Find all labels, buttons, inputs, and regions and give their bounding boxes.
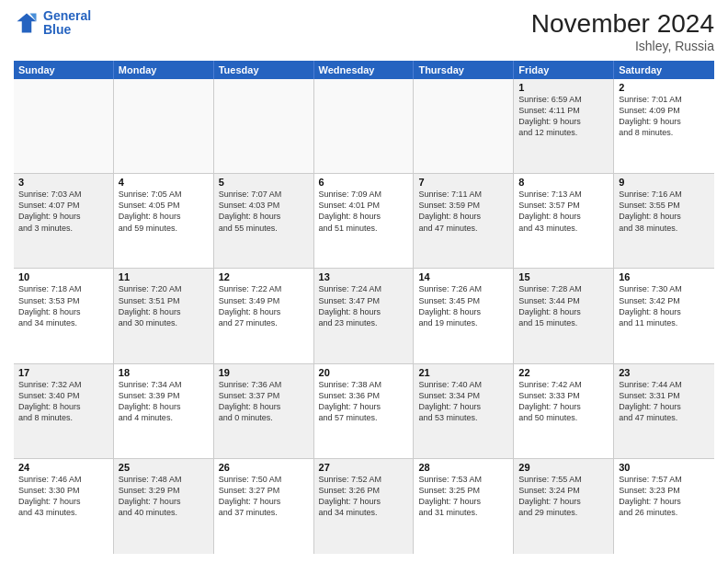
day-number: 27: [319, 462, 409, 473]
location: Ishley, Russia: [531, 39, 714, 53]
cell-info-line: Sunrise: 7:07 AM: [219, 189, 309, 200]
day-number: 8: [518, 177, 609, 188]
day-cell-21: 21Sunrise: 7:40 AMSunset: 3:34 PMDayligh…: [414, 364, 514, 458]
cell-info-line: Sunrise: 7:42 AM: [518, 379, 609, 390]
day-cell-13: 13Sunrise: 7:24 AMSunset: 3:47 PMDayligh…: [314, 269, 415, 362]
cell-info-line: Daylight: 8 hours: [219, 306, 309, 317]
page: General Blue November 2024 Ishley, Russi…: [0, 0, 728, 563]
cell-info-line: Sunrise: 7:05 AM: [119, 189, 209, 200]
day-number: 29: [518, 462, 609, 473]
day-number: 7: [418, 177, 508, 188]
day-number: 21: [418, 367, 508, 378]
day-number: 20: [319, 367, 409, 378]
day-number: 17: [18, 367, 108, 378]
cell-info-line: and 11 minutes.: [619, 317, 710, 328]
weekday-header-friday: Friday: [514, 61, 614, 79]
empty-cell: [114, 79, 214, 173]
cell-info-line: Daylight: 8 hours: [518, 306, 609, 317]
cell-info-line: and 0 minutes.: [219, 412, 309, 423]
cell-info-line: Daylight: 7 hours: [619, 401, 710, 412]
empty-cell: [314, 79, 415, 173]
calendar-row-4: 24Sunrise: 7:46 AMSunset: 3:30 PMDayligh…: [14, 459, 714, 554]
cell-info-line: Daylight: 8 hours: [219, 401, 309, 412]
cell-info-line: Daylight: 7 hours: [319, 496, 409, 507]
cell-info-line: and 15 minutes.: [518, 317, 609, 328]
cell-info-line: Sunset: 3:25 PM: [418, 485, 508, 496]
cell-info-line: Daylight: 8 hours: [619, 211, 710, 222]
cell-info-line: Daylight: 8 hours: [319, 211, 409, 222]
day-cell-7: 7Sunrise: 7:11 AMSunset: 3:59 PMDaylight…: [414, 174, 514, 268]
cell-info-line: and 23 minutes.: [319, 317, 409, 328]
day-number: 5: [219, 177, 309, 188]
cell-info-line: Sunset: 3:36 PM: [319, 390, 409, 401]
cell-info-line: and 19 minutes.: [418, 317, 508, 328]
cell-info-line: Sunset: 4:07 PM: [18, 200, 108, 211]
cell-info-line: Sunrise: 7:16 AM: [619, 189, 710, 200]
logo-line2: Blue: [43, 23, 91, 37]
day-number: 19: [219, 367, 309, 378]
cell-info-line: Daylight: 7 hours: [418, 401, 508, 412]
day-cell-18: 18Sunrise: 7:34 AMSunset: 3:39 PMDayligh…: [114, 364, 214, 458]
cell-info-line: Daylight: 8 hours: [219, 211, 309, 222]
day-number: 28: [418, 462, 508, 473]
cell-info-line: Sunset: 4:03 PM: [219, 200, 309, 211]
empty-cell: [214, 79, 314, 173]
cell-info-line: Daylight: 8 hours: [18, 306, 108, 317]
cell-info-line: Sunset: 3:26 PM: [319, 485, 409, 496]
day-number: 2: [619, 82, 710, 93]
day-cell-11: 11Sunrise: 7:20 AMSunset: 3:51 PMDayligh…: [114, 269, 214, 362]
day-number: 24: [18, 462, 108, 473]
cell-info-line: Sunset: 3:42 PM: [619, 295, 710, 306]
day-number: 12: [219, 271, 309, 282]
day-number: 13: [319, 271, 409, 282]
cell-info-line: Sunset: 3:55 PM: [619, 200, 710, 211]
day-number: 10: [18, 271, 108, 282]
cell-info-line: Sunrise: 6:59 AM: [518, 94, 609, 105]
cell-info-line: and 47 minutes.: [619, 412, 710, 423]
cell-info-line: Sunrise: 7:11 AM: [418, 189, 508, 200]
cell-info-line: and 37 minutes.: [219, 507, 309, 518]
day-cell-5: 5Sunrise: 7:07 AMSunset: 4:03 PMDaylight…: [214, 174, 314, 268]
day-cell-28: 28Sunrise: 7:53 AMSunset: 3:25 PMDayligh…: [414, 459, 514, 554]
cell-info-line: and 12 minutes.: [518, 127, 609, 138]
day-cell-19: 19Sunrise: 7:36 AMSunset: 3:37 PMDayligh…: [214, 364, 314, 458]
weekday-header-wednesday: Wednesday: [314, 61, 415, 79]
cell-info-line: and 29 minutes.: [518, 507, 609, 518]
weekday-header-saturday: Saturday: [614, 61, 714, 79]
day-cell-30: 30Sunrise: 7:57 AMSunset: 3:23 PMDayligh…: [614, 459, 714, 554]
cell-info-line: and 3 minutes.: [18, 223, 108, 234]
day-cell-26: 26Sunrise: 7:50 AMSunset: 3:27 PMDayligh…: [214, 459, 314, 554]
cell-info-line: Sunset: 3:53 PM: [18, 295, 108, 306]
cell-info-line: and 57 minutes.: [319, 412, 409, 423]
cell-info-line: Sunrise: 7:32 AM: [18, 379, 108, 390]
cell-info-line: and 59 minutes.: [119, 223, 209, 234]
cell-info-line: Sunrise: 7:34 AM: [119, 379, 209, 390]
day-number: 25: [119, 462, 209, 473]
cell-info-line: Daylight: 8 hours: [18, 401, 108, 412]
cell-info-line: Sunrise: 7:22 AM: [219, 283, 309, 294]
weekday-header-monday: Monday: [114, 61, 214, 79]
cell-info-line: Sunset: 4:01 PM: [319, 200, 409, 211]
cell-info-line: Sunrise: 7:01 AM: [619, 94, 710, 105]
cell-info-line: Daylight: 9 hours: [518, 116, 609, 127]
cell-info-line: Sunrise: 7:28 AM: [518, 283, 609, 294]
logo-text: General Blue: [43, 9, 91, 38]
cell-info-line: and 26 minutes.: [619, 507, 710, 518]
cell-info-line: and 31 minutes.: [418, 507, 508, 518]
cell-info-line: Daylight: 7 hours: [119, 496, 209, 507]
cell-info-line: Sunrise: 7:38 AM: [319, 379, 409, 390]
cell-info-line: Daylight: 7 hours: [418, 496, 508, 507]
day-cell-16: 16Sunrise: 7:30 AMSunset: 3:42 PMDayligh…: [614, 269, 714, 362]
cell-info-line: Daylight: 7 hours: [18, 496, 108, 507]
day-number: 1: [518, 82, 609, 93]
cell-info-line: Daylight: 7 hours: [619, 496, 710, 507]
month-title: November 2024: [531, 9, 714, 39]
weekday-header-thursday: Thursday: [414, 61, 514, 79]
day-number: 26: [219, 462, 309, 473]
cell-info-line: Sunset: 3:44 PM: [518, 295, 609, 306]
cell-info-line: and 53 minutes.: [418, 412, 508, 423]
empty-cell: [414, 79, 514, 173]
cell-info-line: Daylight: 9 hours: [619, 116, 710, 127]
cell-info-line: Daylight: 7 hours: [518, 496, 609, 507]
cell-info-line: and 8 minutes.: [18, 412, 108, 423]
